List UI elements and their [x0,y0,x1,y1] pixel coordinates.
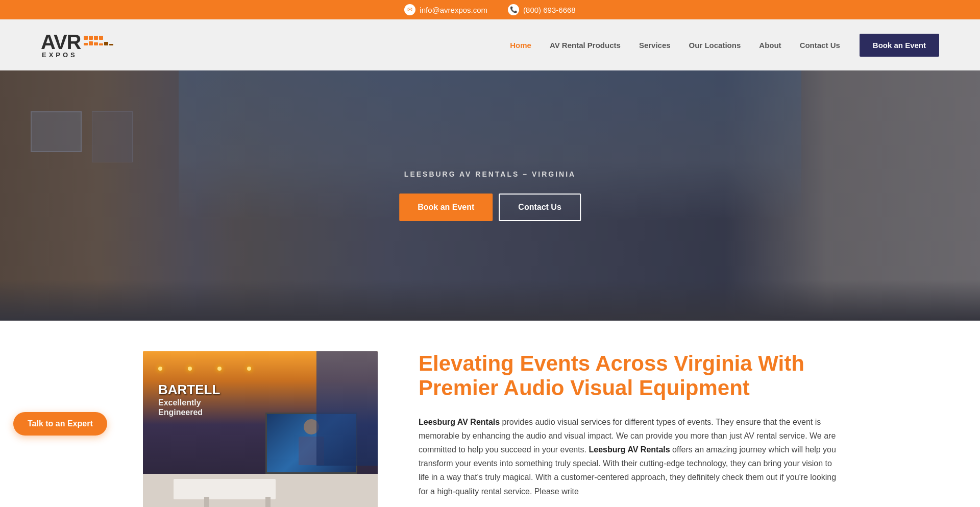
logo-icon-bars [84,36,113,45]
content-heading: Elevating Events Across Virginia With Pr… [419,351,837,401]
nav-about[interactable]: About [750,41,790,50]
content-body: Leesburg AV Rentals provides audio visua… [419,415,837,498]
hero-content: LEESBURG AV RENTALS – VIRGINIA Book an E… [399,170,581,221]
logo-letters: AVR [41,32,81,52]
logo[interactable]: AVR EX [41,32,113,59]
phone-icon: 📞 [508,4,519,15]
content-image: BARTELL Excellently Engineered [143,351,378,507]
header: AVR EX [0,19,980,70]
hero-book-button[interactable]: Book an Event [399,194,493,221]
top-bar: ✉ info@avrexpos.com 📞 (800) 693-6668 [0,0,980,19]
nav-home[interactable]: Home [501,41,541,50]
content-section: BARTELL Excellently Engineered Elev [0,321,980,507]
hero-subtitle: LEESBURG AV RENTALS – VIRGINIA [399,170,581,178]
hero-contact-button[interactable]: Contact Us [499,194,580,221]
email-text: info@avrexpos.com [420,6,487,14]
book-event-button[interactable]: Book an Event [860,34,939,57]
hero-buttons: Book an Event Contact Us [399,194,581,221]
nav-av-rental[interactable]: AV Rental Products [541,41,630,50]
phone-contact[interactable]: 📞 (800) 693-6668 [508,4,576,15]
content-bold-1: Leesburg AV Rentals [419,418,500,426]
talk-to-expert-button[interactable]: Talk to an Expert [13,412,107,436]
email-contact[interactable]: ✉ info@avrexpos.com [404,4,487,15]
expo-booth-text: BARTELL Excellently Engineered [158,382,220,418]
email-icon: ✉ [404,4,415,15]
nav-contact[interactable]: Contact Us [791,41,849,50]
content-text: Elevating Events Across Virginia With Pr… [419,351,837,498]
nav-services[interactable]: Services [630,41,680,50]
floating-cta: Talk to an Expert [13,412,107,436]
hero-section: LEESBURG AV RENTALS – VIRGINIA Book an E… [0,70,980,321]
phone-text: (800) 693-6668 [523,6,576,14]
content-bold-2: Leesburg AV Rentals [589,445,670,454]
nav-locations[interactable]: Our Locations [680,41,750,50]
main-nav: Home AV Rental Products Services Our Loc… [501,34,939,57]
logo-sub: EXPOS [42,51,78,59]
